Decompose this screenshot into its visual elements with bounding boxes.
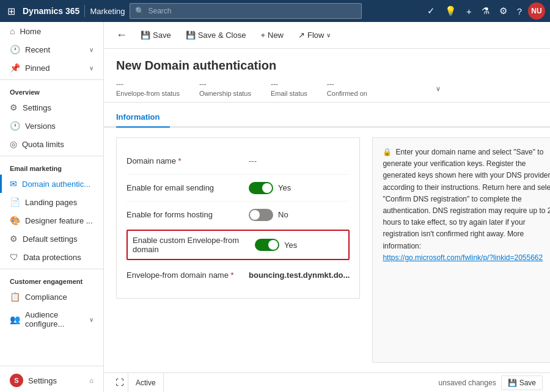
pinned-chevron-icon: ∨ xyxy=(89,65,94,71)
forms-hosting-toggle[interactable] xyxy=(249,209,273,221)
flow-icon: ↗ xyxy=(298,31,305,40)
nav-icon-group: ✓ 💡 + ⚗ ⚙ ? NU xyxy=(424,2,545,20)
info-panel-link[interactable]: https://go.microsoft.com/fwlink/p/?linki… xyxy=(383,253,543,262)
sidebar-divider-bottom xyxy=(0,366,103,366)
footer: ⛶ Active unsaved changes 💾 Save xyxy=(104,372,550,392)
custom-envelope-toggle[interactable] xyxy=(255,239,279,251)
info-panel-text: Enter your domain name and select "Save"… xyxy=(383,148,550,250)
tab-bar: Information xyxy=(104,107,550,128)
sidebar: ⌂ Home 🕐 Recent ∨ 📌 Pinned ∨ Overview ⚙ … xyxy=(0,22,104,392)
sidebar-item-data-protections[interactable]: 🛡 Data protections xyxy=(0,248,103,266)
sidebar-item-home[interactable]: ⌂ Home xyxy=(0,22,103,40)
domain-name-value: --- xyxy=(249,156,350,165)
compliance-icon: 📋 xyxy=(10,292,20,302)
add-icon[interactable]: + xyxy=(463,4,475,19)
footer-unsaved-changes: unsaved changes xyxy=(439,379,496,387)
page-title: New Domain authentication xyxy=(116,59,538,73)
sidebar-item-recent[interactable]: 🕐 Recent ∨ xyxy=(0,40,103,59)
grid-menu-icon[interactable]: ⊞ xyxy=(5,3,18,20)
sidebar-divider-3 xyxy=(0,269,103,269)
pinned-icon: 📌 xyxy=(10,63,20,73)
domain-name-row: Domain name --- xyxy=(127,148,350,175)
engagement-section-title: Customer engagement xyxy=(0,272,103,288)
domain-icon: ✉ xyxy=(10,179,17,189)
save-icon: 💾 xyxy=(141,31,150,40)
main-layout: ⌂ Home 🕐 Recent ∨ 📌 Pinned ∨ Overview ⚙ … xyxy=(0,22,550,392)
envelope-domain-value: bouncing.test.dynmkt.do... xyxy=(249,270,350,280)
email-sending-track xyxy=(249,182,273,194)
custom-envelope-thumb xyxy=(268,240,278,250)
email-sending-value: Yes xyxy=(249,182,350,194)
home-icon: ⌂ xyxy=(10,26,15,36)
lightbulb-icon[interactable]: 💡 xyxy=(441,3,460,19)
status-chevron-icon[interactable]: ∨ xyxy=(436,85,441,93)
form-content: Domain name --- Enable for email sending xyxy=(104,128,550,372)
search-placeholder: Search xyxy=(148,7,171,15)
sidebar-item-landing-pages[interactable]: 📄 Landing pages xyxy=(0,193,103,211)
help-icon[interactable]: ? xyxy=(513,4,526,19)
save-button[interactable]: 💾 Save xyxy=(134,26,177,45)
forms-hosting-row: Enable for forms hosting No xyxy=(127,201,350,228)
sidebar-item-settings[interactable]: ⚙ Settings xyxy=(0,98,103,117)
settings-bottom-icon: S xyxy=(10,374,23,387)
new-button[interactable]: + New xyxy=(254,26,290,45)
back-button[interactable]: ← xyxy=(111,26,132,44)
lock-icon: 🔒 xyxy=(383,148,392,156)
info-panel: 🔒Enter your domain name and select "Save… xyxy=(372,137,550,363)
settings-gear-icon: ⚙ xyxy=(10,103,18,112)
status-bar: --- Envelope-from status --- Ownership s… xyxy=(104,80,550,103)
data-protection-icon: 🛡 xyxy=(10,252,18,262)
email-sending-toggle[interactable] xyxy=(249,182,273,194)
sidebar-item-designer[interactable]: 🎨 Designer feature ... xyxy=(0,211,103,230)
brand-name: Dynamics 365 xyxy=(23,6,79,16)
email-sending-row: Enable for email sending Yes xyxy=(127,175,350,201)
forms-hosting-text: No xyxy=(278,210,288,219)
custom-envelope-track xyxy=(255,239,279,251)
flow-button[interactable]: ↗ Flow ∨ xyxy=(292,26,337,45)
sidebar-item-domain[interactable]: ✉ Domain authentic... xyxy=(0,175,103,193)
versions-icon: 🕐 xyxy=(10,121,20,131)
recent-icon: 🕐 xyxy=(10,45,20,54)
envelope-domain-label: Envelope-from domain name xyxy=(127,270,249,280)
custom-envelope-value: Yes xyxy=(255,239,343,251)
forms-hosting-value: No xyxy=(249,209,350,221)
settings-icon[interactable]: ⚙ xyxy=(496,3,511,19)
flow-chevron-icon: ∨ xyxy=(326,32,331,38)
tab-information[interactable]: Information xyxy=(116,107,170,128)
footer-save-label: Save xyxy=(519,379,536,387)
envelope-from-status: --- Envelope-from status xyxy=(116,80,180,97)
forms-hosting-thumb xyxy=(250,210,260,220)
command-bar: ← 💾 Save 💾 Save & Close + New ↗ Flow ∨ xyxy=(104,22,550,49)
audience-icon: 👥 xyxy=(10,314,20,324)
sidebar-item-pinned[interactable]: 📌 Pinned ∨ xyxy=(0,59,103,77)
user-avatar[interactable]: NU xyxy=(528,2,545,20)
sidebar-item-audience[interactable]: 👥 Audience configure... ∨ xyxy=(0,306,103,333)
quota-icon: ◎ xyxy=(10,139,17,149)
footer-save-button[interactable]: 💾 Save xyxy=(501,376,543,390)
email-sending-text: Yes xyxy=(278,183,291,192)
overview-section-title: Overview xyxy=(0,82,103,98)
sidebar-item-settings-bottom[interactable]: S Settings ⌂ xyxy=(0,369,103,392)
search-box[interactable]: 🔍 Search xyxy=(130,3,362,19)
page-header: New Domain authentication xyxy=(104,49,550,80)
sidebar-item-versions[interactable]: 🕐 Versions xyxy=(0,117,103,135)
sidebar-item-default-settings[interactable]: ⚙ Default settings xyxy=(0,230,103,248)
sidebar-item-compliance[interactable]: 📋 Compliance xyxy=(0,288,103,306)
top-navigation: ⊞ Dynamics 365 Marketing 🔍 Search ✓ 💡 + … xyxy=(0,0,550,22)
ownership-status: --- Ownership status xyxy=(199,80,251,97)
check-circle-icon[interactable]: ✓ xyxy=(424,3,439,19)
save-close-button[interactable]: 💾 Save & Close xyxy=(180,26,252,45)
footer-status[interactable]: Active xyxy=(128,373,164,392)
footer-expand-button[interactable]: ⛶ xyxy=(111,373,128,392)
default-settings-icon: ⚙ xyxy=(10,234,18,244)
sidebar-divider-1 xyxy=(0,79,103,80)
sidebar-item-quota[interactable]: ◎ Quota limits xyxy=(0,135,103,153)
email-sending-label: Enable for email sending xyxy=(127,183,249,192)
search-icon: 🔍 xyxy=(135,7,144,15)
confirmed-on-status: --- Confirmed on xyxy=(327,80,367,97)
custom-envelope-text: Yes xyxy=(284,241,297,250)
filter-icon[interactable]: ⚗ xyxy=(478,3,493,19)
custom-envelope-label: Enable custom Envelope-from domain xyxy=(133,236,255,254)
form-left-panel: Domain name --- Enable for email sending xyxy=(116,137,360,363)
domain-name-label: Domain name xyxy=(127,156,249,165)
